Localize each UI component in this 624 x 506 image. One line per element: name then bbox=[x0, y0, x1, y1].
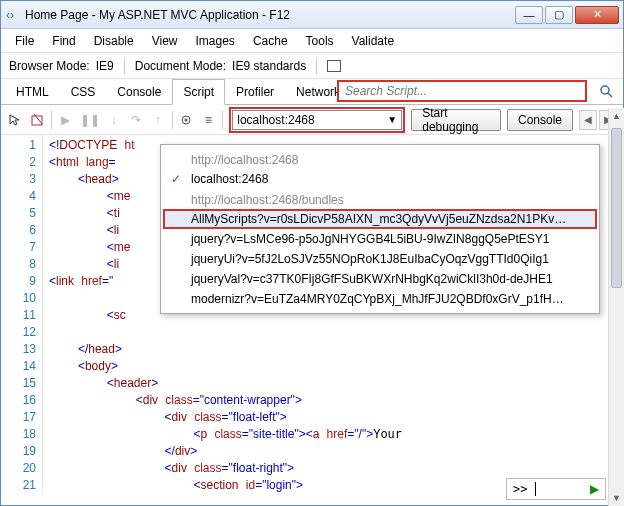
dropdown-item[interactable]: jquery?v=LsMCe96-p5oJgNHYGGB4L5iBU-9IwZI… bbox=[161, 229, 599, 249]
step-into-icon[interactable]: ↓ bbox=[106, 110, 122, 130]
script-combo-highlight: localhost:2468 ▼ bbox=[229, 107, 405, 133]
pause-icon[interactable]: ❚❚ bbox=[80, 110, 100, 130]
browser-mode-label: Browser Mode: bbox=[9, 59, 90, 73]
tab-css[interactable]: CSS bbox=[60, 79, 107, 105]
menu-file[interactable]: File bbox=[7, 31, 42, 51]
scroll-down-icon[interactable]: ▼ bbox=[609, 490, 624, 506]
maximize-button[interactable]: ▢ bbox=[545, 6, 573, 24]
vertical-scrollbar[interactable]: ▲ ▼ bbox=[608, 108, 624, 506]
start-debugging-button[interactable]: Start debugging bbox=[411, 109, 501, 131]
search-box-highlight bbox=[337, 80, 587, 102]
scroll-thumb[interactable] bbox=[611, 128, 622, 288]
clear-icon[interactable] bbox=[29, 110, 45, 130]
script-dropdown: http://localhost:2468 localhost:2468 htt… bbox=[160, 144, 600, 314]
menu-disable[interactable]: Disable bbox=[86, 31, 142, 51]
run-icon[interactable]: ▶ bbox=[590, 482, 599, 496]
svg-point-6 bbox=[185, 118, 188, 121]
tab-html[interactable]: HTML bbox=[5, 79, 60, 105]
dropdown-header: http://localhost:2468/bundles bbox=[161, 189, 599, 209]
line-gutter: 123456789101112131415161718192021 bbox=[1, 135, 43, 494]
separator bbox=[172, 111, 173, 129]
menubar: File Find Disable View Images Cache Tool… bbox=[1, 29, 623, 53]
close-button[interactable]: ✕ bbox=[575, 6, 619, 24]
step-over-icon[interactable]: ↷ bbox=[128, 110, 144, 130]
menu-tools[interactable]: Tools bbox=[298, 31, 342, 51]
continue-icon[interactable]: ▶ bbox=[58, 110, 74, 130]
console-button[interactable]: Console bbox=[507, 109, 573, 131]
pin-icon[interactable] bbox=[327, 60, 341, 72]
separator bbox=[124, 58, 125, 74]
menu-validate[interactable]: Validate bbox=[344, 31, 402, 51]
dropdown-header: http://localhost:2468 bbox=[161, 149, 599, 169]
menu-cache[interactable]: Cache bbox=[245, 31, 296, 51]
search-icon[interactable] bbox=[599, 84, 613, 101]
browser-mode-value[interactable]: IE9 bbox=[96, 59, 114, 73]
menu-find[interactable]: Find bbox=[44, 31, 83, 51]
minimize-button[interactable]: — bbox=[515, 6, 543, 24]
separator bbox=[222, 111, 223, 129]
tab-console[interactable]: Console bbox=[106, 79, 172, 105]
chevron-down-icon: ▼ bbox=[387, 114, 397, 125]
console-prompt: >> bbox=[513, 482, 527, 496]
dropdown-item[interactable]: jqueryVal?v=c37TK0FIj8GfFSuBKWXrNHbgKq2w… bbox=[161, 269, 599, 289]
script-selector-value: localhost:2468 bbox=[237, 113, 314, 127]
console-input-bar[interactable]: >> ▶ bbox=[506, 478, 606, 500]
console-cursor bbox=[535, 482, 536, 496]
svg-line-2 bbox=[608, 93, 612, 97]
select-element-icon[interactable] bbox=[7, 110, 23, 130]
script-selector[interactable]: localhost:2468 ▼ bbox=[232, 110, 402, 130]
tab-script[interactable]: Script bbox=[172, 79, 225, 105]
titlebar: ‹› Home Page - My ASP.NET MVC Applicatio… bbox=[1, 1, 623, 29]
menu-view[interactable]: View bbox=[144, 31, 186, 51]
scroll-up-icon[interactable]: ▲ bbox=[609, 108, 624, 124]
svg-text:‹›: ‹› bbox=[6, 8, 14, 22]
document-mode-value[interactable]: IE9 standards bbox=[232, 59, 306, 73]
svg-point-1 bbox=[601, 86, 609, 94]
mode-bar: Browser Mode: IE9 Document Mode: IE9 sta… bbox=[1, 53, 623, 79]
app-icon: ‹› bbox=[5, 7, 21, 23]
dropdown-item[interactable]: modernizr?v=EuTZa4MRY0ZqCYpBXj_MhJfFJU2Q… bbox=[161, 289, 599, 309]
search-input[interactable] bbox=[339, 82, 585, 100]
config-icon[interactable] bbox=[179, 110, 195, 130]
tab-bar: HTML CSS Console Script Profiler Network bbox=[1, 79, 623, 105]
dropdown-item[interactable]: localhost:2468 bbox=[161, 169, 599, 189]
window-title: Home Page - My ASP.NET MVC Application -… bbox=[25, 8, 515, 22]
format-icon[interactable]: ≡ bbox=[200, 110, 216, 130]
step-out-icon[interactable]: ↑ bbox=[150, 110, 166, 130]
separator bbox=[316, 58, 317, 74]
dropdown-item-selected[interactable]: AllMyScripts?v=r0sLDicvP58AIXN_mc3QdyVvV… bbox=[163, 209, 597, 229]
menu-images[interactable]: Images bbox=[188, 31, 243, 51]
document-mode-label: Document Mode: bbox=[135, 59, 226, 73]
dropdown-item[interactable]: jqueryUi?v=5fJ2LoSJVz55NOpRoK1J8EuIbaCyO… bbox=[161, 249, 599, 269]
toolbar: ▶ ❚❚ ↓ ↷ ↑ ≡ localhost:2468 ▼ Start debu… bbox=[1, 105, 623, 135]
tab-profiler[interactable]: Profiler bbox=[225, 79, 285, 105]
page-prev-button[interactable]: ◀ bbox=[579, 110, 597, 130]
separator bbox=[51, 111, 52, 129]
